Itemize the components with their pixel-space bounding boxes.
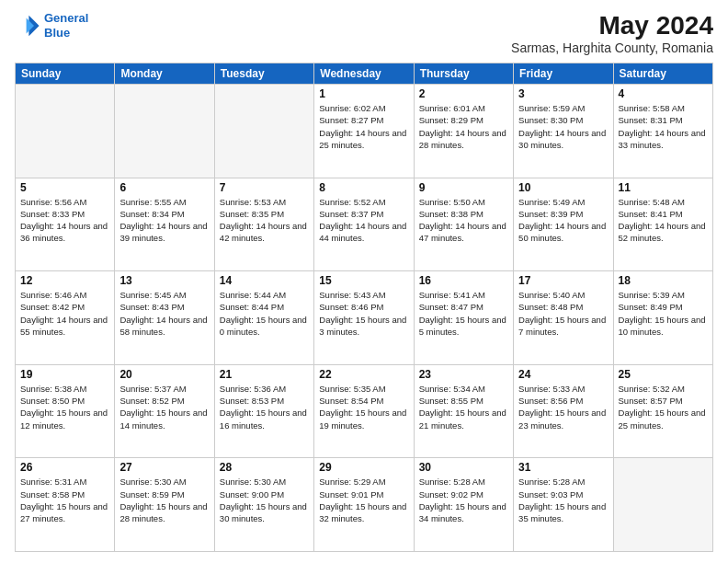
day-info: Sunrise: 5:46 AMSunset: 8:42 PMDaylight:…	[20, 289, 109, 338]
day-number: 27	[119, 461, 209, 474]
calendar-cell: 15Sunrise: 5:43 AMSunset: 8:46 PMDayligh…	[314, 271, 414, 365]
calendar-cell: 26Sunrise: 5:31 AMSunset: 8:58 PMDayligh…	[16, 458, 115, 552]
day-info: Sunrise: 5:29 AMSunset: 9:01 PMDaylight:…	[319, 476, 408, 524]
day-number: 21	[220, 368, 309, 381]
logo-text: General Blue	[44, 11, 88, 40]
day-info: Sunrise: 5:37 AMSunset: 8:52 PMDaylight:…	[119, 383, 209, 431]
day-info: Sunrise: 5:38 AMSunset: 8:50 PMDaylight:…	[20, 383, 109, 431]
day-number: 16	[419, 274, 508, 287]
day-info: Sunrise: 5:45 AMSunset: 8:43 PMDaylight:…	[119, 289, 209, 338]
header-row: Sunday Monday Tuesday Wednesday Thursday…	[16, 63, 713, 85]
day-number: 15	[319, 274, 408, 287]
day-number: 28	[220, 461, 309, 474]
calendar-cell: 9Sunrise: 5:50 AMSunset: 8:38 PMDaylight…	[414, 178, 513, 271]
day-number: 24	[518, 368, 608, 381]
main-title: May 2024	[511, 11, 713, 40]
calendar-cell: 16Sunrise: 5:41 AMSunset: 8:47 PMDayligh…	[414, 271, 513, 365]
calendar-cell: 20Sunrise: 5:37 AMSunset: 8:52 PMDayligh…	[115, 364, 214, 458]
day-info: Sunrise: 5:55 AMSunset: 8:34 PMDaylight:…	[119, 196, 209, 245]
calendar-cell	[214, 85, 313, 178]
calendar-week-3: 12Sunrise: 5:46 AMSunset: 8:42 PMDayligh…	[16, 271, 713, 365]
day-info: Sunrise: 5:33 AMSunset: 8:56 PMDaylight:…	[518, 383, 608, 431]
calendar-cell: 5Sunrise: 5:56 AMSunset: 8:33 PMDaylight…	[16, 178, 115, 271]
calendar-cell	[613, 458, 712, 552]
day-info: Sunrise: 5:34 AMSunset: 8:55 PMDaylight:…	[419, 383, 508, 431]
day-number: 30	[419, 461, 508, 474]
calendar-cell: 28Sunrise: 5:30 AMSunset: 9:00 PMDayligh…	[214, 458, 313, 552]
day-number: 11	[619, 181, 708, 194]
day-info: Sunrise: 6:01 AMSunset: 8:29 PMDaylight:…	[419, 102, 508, 151]
col-monday: Monday	[115, 63, 214, 85]
day-number: 26	[20, 461, 109, 474]
calendar-cell: 11Sunrise: 5:48 AMSunset: 8:41 PMDayligh…	[613, 178, 712, 271]
day-info: Sunrise: 5:32 AMSunset: 8:57 PMDaylight:…	[619, 383, 708, 431]
day-info: Sunrise: 5:52 AMSunset: 8:37 PMDaylight:…	[319, 196, 408, 245]
calendar-cell: 13Sunrise: 5:45 AMSunset: 8:43 PMDayligh…	[115, 271, 214, 365]
day-info: Sunrise: 5:48 AMSunset: 8:41 PMDaylight:…	[619, 196, 708, 245]
day-number: 10	[518, 181, 608, 194]
col-saturday: Saturday	[613, 63, 712, 85]
calendar-week-5: 26Sunrise: 5:31 AMSunset: 8:58 PMDayligh…	[16, 458, 713, 552]
calendar-cell: 27Sunrise: 5:30 AMSunset: 8:59 PMDayligh…	[115, 458, 214, 552]
col-tuesday: Tuesday	[214, 63, 313, 85]
day-number: 14	[220, 274, 309, 287]
day-info: Sunrise: 5:40 AMSunset: 8:48 PMDaylight:…	[518, 289, 608, 338]
calendar-table: Sunday Monday Tuesday Wednesday Thursday…	[15, 63, 713, 552]
calendar-week-2: 5Sunrise: 5:56 AMSunset: 8:33 PMDaylight…	[16, 178, 713, 271]
calendar-cell: 17Sunrise: 5:40 AMSunset: 8:48 PMDayligh…	[514, 271, 613, 365]
calendar-cell: 10Sunrise: 5:49 AMSunset: 8:39 PMDayligh…	[514, 178, 613, 271]
calendar-cell: 7Sunrise: 5:53 AMSunset: 8:35 PMDaylight…	[214, 178, 313, 271]
day-number: 19	[20, 368, 109, 381]
calendar-cell: 24Sunrise: 5:33 AMSunset: 8:56 PMDayligh…	[514, 364, 613, 458]
day-number: 23	[419, 368, 508, 381]
calendar-cell: 29Sunrise: 5:29 AMSunset: 9:01 PMDayligh…	[314, 458, 414, 552]
day-info: Sunrise: 5:28 AMSunset: 9:03 PMDaylight:…	[518, 476, 608, 524]
day-info: Sunrise: 5:30 AMSunset: 8:59 PMDaylight:…	[119, 476, 209, 524]
logo-line1: General	[44, 11, 88, 25]
calendar-cell	[115, 85, 214, 178]
calendar-cell: 4Sunrise: 5:58 AMSunset: 8:31 PMDaylight…	[613, 85, 712, 178]
day-info: Sunrise: 5:50 AMSunset: 8:38 PMDaylight:…	[419, 196, 508, 245]
day-info: Sunrise: 5:30 AMSunset: 9:00 PMDaylight:…	[220, 476, 309, 524]
calendar-cell: 12Sunrise: 5:46 AMSunset: 8:42 PMDayligh…	[16, 271, 115, 365]
day-number: 13	[119, 274, 209, 287]
day-info: Sunrise: 5:36 AMSunset: 8:53 PMDaylight:…	[220, 383, 309, 431]
calendar-cell: 6Sunrise: 5:55 AMSunset: 8:34 PMDaylight…	[115, 178, 214, 271]
day-info: Sunrise: 5:44 AMSunset: 8:44 PMDaylight:…	[220, 289, 309, 338]
day-number: 20	[119, 368, 209, 381]
calendar-cell: 25Sunrise: 5:32 AMSunset: 8:57 PMDayligh…	[613, 364, 712, 458]
day-number: 31	[518, 461, 608, 474]
logo-icon	[15, 13, 40, 39]
day-number: 2	[419, 87, 508, 100]
day-number: 9	[419, 181, 508, 194]
calendar-week-4: 19Sunrise: 5:38 AMSunset: 8:50 PMDayligh…	[16, 364, 713, 458]
day-number: 1	[319, 87, 408, 100]
day-number: 22	[319, 368, 408, 381]
calendar-cell	[16, 85, 115, 178]
title-block: May 2024 Sarmas, Harghita County, Romani…	[511, 11, 713, 55]
day-number: 17	[518, 274, 608, 287]
col-wednesday: Wednesday	[314, 63, 414, 85]
logo: General Blue	[15, 11, 88, 40]
col-thursday: Thursday	[414, 63, 513, 85]
day-info: Sunrise: 5:58 AMSunset: 8:31 PMDaylight:…	[619, 102, 708, 151]
day-number: 29	[319, 461, 408, 474]
day-info: Sunrise: 6:02 AMSunset: 8:27 PMDaylight:…	[319, 102, 408, 151]
calendar-cell: 8Sunrise: 5:52 AMSunset: 8:37 PMDaylight…	[314, 178, 414, 271]
calendar-cell: 1Sunrise: 6:02 AMSunset: 8:27 PMDaylight…	[314, 85, 414, 178]
header: General Blue May 2024 Sarmas, Harghita C…	[15, 11, 713, 55]
calendar-cell: 30Sunrise: 5:28 AMSunset: 9:02 PMDayligh…	[414, 458, 513, 552]
day-number: 5	[20, 181, 109, 194]
day-number: 3	[518, 87, 608, 100]
calendar-cell: 21Sunrise: 5:36 AMSunset: 8:53 PMDayligh…	[214, 364, 313, 458]
day-number: 8	[319, 181, 408, 194]
day-info: Sunrise: 5:59 AMSunset: 8:30 PMDaylight:…	[518, 102, 608, 151]
calendar-cell: 18Sunrise: 5:39 AMSunset: 8:49 PMDayligh…	[613, 271, 712, 365]
page: General Blue May 2024 Sarmas, Harghita C…	[0, 0, 728, 563]
calendar-cell: 22Sunrise: 5:35 AMSunset: 8:54 PMDayligh…	[314, 364, 414, 458]
calendar-header: Sunday Monday Tuesday Wednesday Thursday…	[16, 63, 713, 85]
day-number: 6	[119, 181, 209, 194]
day-info: Sunrise: 5:43 AMSunset: 8:46 PMDaylight:…	[319, 289, 408, 338]
day-info: Sunrise: 5:41 AMSunset: 8:47 PMDaylight:…	[419, 289, 508, 338]
calendar-cell: 19Sunrise: 5:38 AMSunset: 8:50 PMDayligh…	[16, 364, 115, 458]
